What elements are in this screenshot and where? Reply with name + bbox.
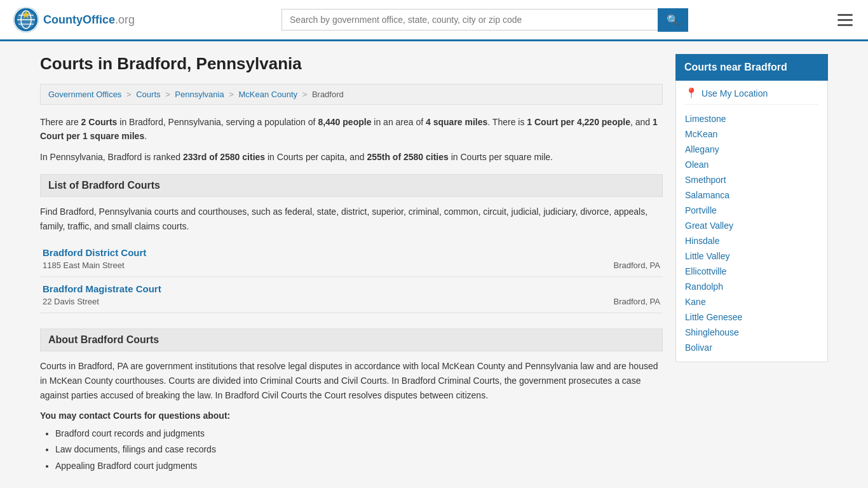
sidebar: Courts near Bradford 📍 Use My Location L… xyxy=(675,54,828,474)
sidebar-link-little-valley[interactable]: Little Valley xyxy=(685,248,818,264)
sidebar-body: 📍 Use My Location Limestone McKean Alleg… xyxy=(675,81,828,362)
menu-bar-3 xyxy=(837,24,853,26)
about-section-header: About Bradford Courts xyxy=(40,329,663,351)
court-link-1[interactable]: Bradford Magistrate Court xyxy=(43,283,161,294)
location-icon: 📍 xyxy=(685,87,698,99)
menu-bar-2 xyxy=(837,19,853,21)
court-city-1: Bradford, PA xyxy=(614,297,660,306)
bc-sep-4: > xyxy=(302,90,308,99)
sidebar-link-shinglehouse[interactable]: Shinglehouse xyxy=(685,325,818,340)
sidebar-link-bolivar[interactable]: Bolivar xyxy=(685,340,818,355)
sidebar-link-great-valley[interactable]: Great Valley xyxy=(685,218,818,233)
info-text: There are 2 Courts in Bradford, Pennsylv… xyxy=(40,115,663,144)
sidebar-link-hinsdale[interactable]: Hinsdale xyxy=(685,233,818,248)
page-title: Courts in Bradford, Pennsylvania xyxy=(40,54,663,74)
sidebar-link-portville[interactable]: Portville xyxy=(685,203,818,218)
court-link-0[interactable]: Bradford District Court xyxy=(43,247,146,258)
about-text: Courts in Bradford, PA are government in… xyxy=(40,359,663,403)
contact-label: You may contact Courts for questions abo… xyxy=(40,410,663,421)
contact-item-2: Appealing Bradford court judgments xyxy=(55,458,663,474)
court-name-0: Bradford District Court xyxy=(43,247,660,258)
rank-capita: 233rd of 2580 cities xyxy=(183,152,265,162)
per-capita: 1 Court per 4,220 people xyxy=(527,117,630,127)
menu-bar-1 xyxy=(837,14,853,16)
sidebar-link-allegany[interactable]: Allegany xyxy=(685,142,818,157)
logo-text: CountyOffice.org xyxy=(43,13,135,27)
court-name-1: Bradford Magistrate Court xyxy=(43,283,660,294)
sidebar-link-smethport[interactable]: Smethport xyxy=(685,172,818,187)
sidebar-link-ellicottville[interactable]: Ellicottville xyxy=(685,264,818,279)
breadcrumb-mckean[interactable]: McKean County xyxy=(239,90,298,99)
court-address-0: 1185 East Main Street xyxy=(43,261,125,270)
area: 4 square miles xyxy=(426,117,487,127)
breadcrumb-pennsylvania[interactable]: Pennsylvania xyxy=(175,90,224,99)
sidebar-link-kane[interactable]: Kane xyxy=(685,294,818,309)
logo-area: CountyOffice.org xyxy=(13,6,135,33)
court-city-0: Bradford, PA xyxy=(614,261,660,270)
contact-item-0: Bradford court records and judgments xyxy=(55,426,663,442)
use-my-location-link[interactable]: 📍 Use My Location xyxy=(685,87,818,105)
header: CountyOffice.org 🔍 xyxy=(0,0,868,41)
main: Courts in Bradford, Pennsylvania Governm… xyxy=(27,41,841,487)
court-entry-0: Bradford District Court 1185 East Main S… xyxy=(40,241,663,277)
breadcrumb-gov-offices[interactable]: Government Offices xyxy=(48,90,121,99)
breadcrumb-bradford: Bradford xyxy=(312,90,344,99)
search-icon: 🔍 xyxy=(667,15,679,25)
bc-sep-2: > xyxy=(165,90,170,99)
list-description: Find Bradford, Pennsylvania courts and c… xyxy=(40,205,663,233)
sidebar-link-olean[interactable]: Olean xyxy=(685,157,818,172)
search-input[interactable] xyxy=(281,9,658,30)
population: 8,440 people xyxy=(318,117,371,127)
bc-sep-3: > xyxy=(229,90,234,99)
search-area: 🔍 xyxy=(281,8,688,32)
list-section-header: List of Bradford Courts xyxy=(40,174,663,197)
sidebar-link-salamanca[interactable]: Salamanca xyxy=(685,187,818,203)
logo-icon xyxy=(13,6,39,33)
sidebar-title: Courts near Bradford xyxy=(675,54,828,81)
court-address-1: 22 Davis Street xyxy=(43,297,99,306)
contact-list: Bradford court records and judgments Law… xyxy=(40,426,663,474)
sidebar-link-limestone[interactable]: Limestone xyxy=(685,111,818,126)
court-entry-1: Bradford Magistrate Court 22 Davis Stree… xyxy=(40,277,663,313)
contact-item-1: Law documents, filings and case records xyxy=(55,442,663,458)
rank-text: In Pennsylvania, Bradford is ranked 233r… xyxy=(40,150,663,164)
court-details-0: 1185 East Main Street Bradford, PA xyxy=(43,261,660,270)
sidebar-link-mckean[interactable]: McKean xyxy=(685,126,818,142)
sidebar-link-randolph[interactable]: Randolph xyxy=(685,279,818,294)
content: Courts in Bradford, Pennsylvania Governm… xyxy=(40,54,663,474)
search-button[interactable]: 🔍 xyxy=(658,8,688,32)
court-details-1: 22 Davis Street Bradford, PA xyxy=(43,297,660,306)
rank-mile: 255th of 2580 cities xyxy=(367,152,448,162)
sidebar-link-little-genesee[interactable]: Little Genesee xyxy=(685,309,818,325)
breadcrumb: Government Offices > Courts > Pennsylvan… xyxy=(40,84,663,105)
courts-count: 2 Courts xyxy=(81,117,118,127)
bc-sep-1: > xyxy=(126,90,132,99)
menu-button[interactable] xyxy=(835,11,855,29)
breadcrumb-courts[interactable]: Courts xyxy=(136,90,160,99)
use-my-location-label: Use My Location xyxy=(702,88,768,98)
